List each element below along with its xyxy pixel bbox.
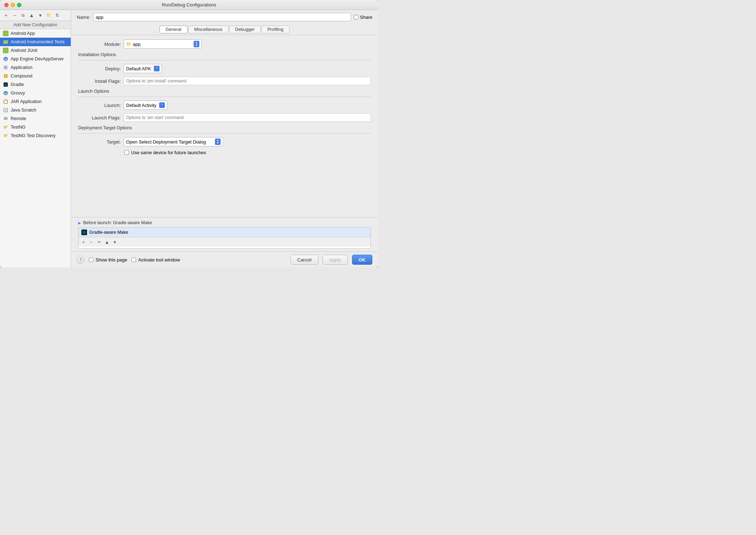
application-label: Application [11,65,32,70]
install-flags-input[interactable] [124,77,371,85]
tab-general[interactable]: General [160,26,187,33]
ok-button[interactable]: OK [352,255,373,265]
tab-profiling[interactable]: Profiling [261,26,290,33]
target-select[interactable]: Open Select Deployment Target Dialog ▲ ▼ [124,137,223,146]
android-junit-label: Android JUnit [11,48,37,53]
bl-add-button[interactable]: + [80,238,87,245]
gradle-make-label: Gradle-aware Make [89,230,128,235]
show-page-checkbox[interactable] [89,258,93,262]
bl-edit-button[interactable]: ✏ [96,238,103,245]
svg-rect-30 [5,118,7,119]
help-button[interactable]: ? [77,256,85,264]
maximize-button[interactable] [17,3,21,7]
android-instrumented-icon: ✓ [3,39,9,45]
gradle-make-icon: G [81,229,87,235]
same-device-checkbox[interactable] [124,150,129,155]
share-checkbox[interactable] [354,15,358,20]
launch-text: Default Activity [126,103,156,108]
deployment-target-header: Deployment Target Options [78,125,371,130]
bl-move-up-button[interactable]: ▲ [103,238,110,245]
testng-label: TestNG [11,125,26,130]
target-text: Open Select Deployment Target Dialog [126,139,206,145]
launch-label: Launch: [78,103,121,108]
tab-debugger[interactable]: Debugger [229,26,261,33]
deploy-value: Default APK ⌃ [124,64,371,73]
module-select[interactable]: 📁 app ▲ ▼ [124,39,202,49]
install-flags-row: Install Flags: [78,77,371,85]
launch-flags-input[interactable] [124,113,371,122]
window-title: Run/Debug Configurations [162,2,216,7]
minimize-button[interactable] [11,3,15,7]
same-device-row: Use same device for future launches [124,150,371,155]
sort-button[interactable]: ⇅ [53,11,61,19]
svg-text:G: G [5,58,7,61]
config-item-app-engine[interactable]: G App Engine DevAppServer [0,55,71,63]
launch-row: Launch: Default Activity ⌃ [78,101,371,110]
config-item-compound[interactable]: C Compound [0,72,71,80]
svg-text:✓: ✓ [5,41,7,43]
deploy-label: Deploy: [78,66,121,71]
before-launch-header[interactable]: ▶ Before launch: Gradle-aware Make [78,220,371,225]
before-launch-item-gradle[interactable]: G Gradle-aware Make [79,228,371,237]
module-dropdown-btn[interactable]: ▲ ▼ [194,41,199,47]
add-config-button[interactable]: + [2,11,10,19]
config-item-testng[interactable]: NG TestNG [0,123,71,131]
right-panel: Name: Share General Miscellaneous Debugg… [71,10,378,268]
close-button[interactable] [4,3,9,7]
launch-options-header: Launch Options [78,89,371,94]
tab-miscellaneous[interactable]: Miscellaneous [188,26,228,33]
target-value: Open Select Deployment Target Dialog ▲ ▼ [124,137,371,146]
bl-move-down-button[interactable]: ▾ [111,238,118,245]
installation-options-header: Installation Options [78,52,371,57]
config-item-application[interactable]: Application [0,63,71,72]
tabs-row: General Miscellaneous Debugger Profiling [71,24,378,35]
testng-icon: NG [3,124,9,130]
remote-icon [3,116,9,121]
config-item-testng-discovery[interactable]: NG TestNG Test Discovery [0,131,71,140]
bottom-bar: ? Show this page Activate tool window Ca… [71,252,378,268]
svg-text:G: G [6,125,8,128]
config-item-java-scratch[interactable]: J Java Scratch [0,106,71,114]
remove-config-button[interactable]: − [11,11,18,19]
config-item-gradle[interactable]: G Gradle [0,80,71,89]
launch-flags-value [124,113,371,122]
move-down-button[interactable]: ▾ [36,11,44,19]
move-up-button[interactable]: ▲ [28,11,36,19]
config-item-groovy[interactable]: G Groovy [0,89,71,97]
config-item-android-app[interactable]: Android App [0,29,71,38]
app-engine-label: App Engine DevAppServer [11,56,64,61]
svg-point-2 [5,33,5,34]
config-item-remote[interactable]: Remote [0,114,71,123]
add-new-label: Add New Configuration [0,21,71,29]
folder-button[interactable]: 📁 [45,11,53,19]
launch-select[interactable]: Default Activity ⌃ [124,101,167,110]
config-item-android-instrumented[interactable]: ✓ Android Instrumented Tests [0,38,71,46]
before-launch-label: Before launch: Gradle-aware Make [83,220,152,225]
deploy-select[interactable]: Default APK ⌃ [124,64,162,73]
apply-button[interactable]: Apply [323,255,348,265]
cancel-button[interactable]: Cancel [291,255,318,265]
svg-line-4 [4,32,5,32]
config-item-jar[interactable]: JAR Application [0,97,71,106]
config-panel: Module: 📁 app ▲ ▼ I [71,35,378,217]
name-input[interactable] [93,13,351,21]
groovy-label: Groovy [11,91,25,96]
compound-icon: C [3,73,9,79]
testng-discovery-icon: NG [3,133,9,139]
activate-tool-checkbox[interactable] [131,258,136,262]
main-content: + − ⧉ ▲ ▾ 📁 ⇅ Add New Configuration Andr… [0,10,378,268]
compound-label: Compound [11,74,32,79]
gradle-label: Gradle [11,82,24,87]
bl-remove-button[interactable]: − [88,238,95,245]
svg-point-11 [5,50,5,51]
deploy-text: Default APK [126,66,151,71]
traffic-lights [4,3,21,7]
share-label: Share [360,15,372,20]
copy-config-button[interactable]: ⧉ [19,11,27,19]
config-item-android-junit[interactable]: Android JUnit [0,46,71,55]
target-dropdown-btn[interactable]: ▲ ▼ [215,139,221,145]
android-instrumented-label: Android Instrumented Tests [11,39,65,44]
java-scratch-icon: J [3,107,9,113]
android-junit-icon [3,48,9,53]
install-flags-value [124,77,371,85]
